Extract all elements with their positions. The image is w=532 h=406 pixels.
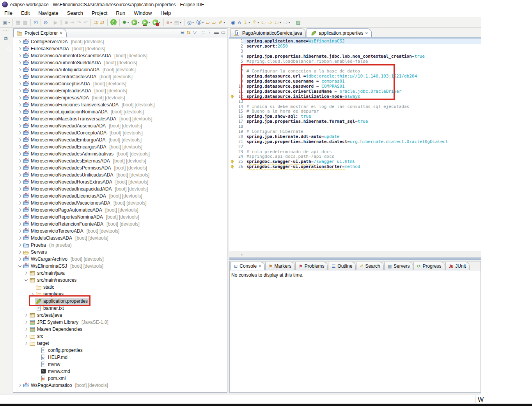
tree-item[interactable]: config.properties [13, 347, 227, 354]
tree-item[interactable]: MicroservicioNovedadesUnificadasADA[boot… [13, 171, 227, 178]
previous-annotation-button[interactable]: ⇑▾ [252, 18, 260, 26]
tree-item[interactable]: JRE System Library[JavaSE-1.8] [13, 319, 227, 326]
tree-item[interactable]: pom.xml [13, 375, 227, 382]
expand-arrow-icon[interactable] [17, 195, 23, 197]
run-button[interactable]: ▶▾ [131, 18, 140, 26]
tree-item[interactable]: MicroservicioPagoAutomaticoADA[boot] [de… [13, 207, 227, 214]
suspend-button[interactable]: ∥ [59, 18, 64, 26]
expand-arrow-icon[interactable] [17, 167, 23, 169]
collapse-arrow-icon[interactable] [17, 266, 23, 267]
dropdown-arrow-icon[interactable]: ▾ [8, 21, 10, 24]
close-icon[interactable]: × [60, 31, 62, 35]
pin-editor-button[interactable]: ▨ [295, 18, 301, 26]
dropdown-arrow-icon[interactable]: ▾ [192, 21, 194, 24]
tree-item[interactable]: MicroservicioReportesNominaADA[boot] [de… [13, 214, 227, 221]
dropdown-arrow-icon[interactable]: ▾ [257, 21, 259, 24]
filter-icon[interactable]: ▽ [193, 30, 197, 35]
minimize-icon[interactable]: ▬ [214, 30, 219, 35]
tree-item[interactable]: WsCargarArchivo[boot] [devtools] [13, 256, 227, 263]
tree-item[interactable]: WsPagoAutomatico[boot] [devtools] [13, 382, 227, 389]
expand-arrow-icon[interactable] [17, 55, 23, 57]
tree-item[interactable]: EurekaServerADA[boot] [devtools] [13, 45, 227, 52]
expand-arrow-icon[interactable] [17, 209, 23, 211]
tree-item[interactable]: src/test/java [13, 312, 227, 319]
run-on-server-button[interactable]: A [237, 18, 242, 26]
new-wizard-button[interactable]: ▣▾ [2, 18, 11, 26]
expand-arrow-icon[interactable] [17, 237, 23, 239]
skip-all-breakpoints-button[interactable]: ⊘ [43, 18, 49, 26]
tree-item[interactable]: MicroservicioAumentoDescuentosADA[boot] … [13, 52, 227, 59]
close-icon[interactable]: × [259, 264, 261, 268]
tree-item[interactable]: MicroservicioAutoliquidacionADA[boot] [d… [13, 66, 227, 73]
tree-item[interactable]: WsEfinominaCSJ[boot] [devtools] [13, 263, 227, 270]
tree-item[interactable]: src/main/resources [13, 277, 227, 284]
tree-item[interactable]: MicroservicioNovedadEncargosADA[boot] [d… [13, 143, 227, 150]
editor-tab-pagoautomaticoservice-java[interactable]: PagoAutomaticoService.java [230, 28, 306, 37]
menu-navigate[interactable]: Navigate [34, 9, 62, 17]
next-annotation-button[interactable]: ⇓▾ [243, 18, 251, 26]
tree-item[interactable]: Servers [13, 249, 227, 256]
menu-edit[interactable]: Edit [17, 9, 34, 17]
close-icon[interactable]: × [365, 31, 368, 35]
console-view-button[interactable]: ⊡ [33, 18, 39, 26]
web-service-wizard-button[interactable]: Ⓢ▾ [195, 18, 204, 26]
next-edit-location-button[interactable]: ⇨ [267, 18, 273, 26]
build-all-button[interactable]: ▤▾ [173, 18, 182, 26]
properties-editor[interactable]: 1spring.application.name=WsEfinominaCSJ2… [229, 39, 481, 251]
external-tools-button[interactable]: ■▾ [166, 18, 173, 26]
menu-window[interactable]: Window [129, 9, 156, 17]
expand-arrow-icon[interactable] [17, 181, 23, 183]
new-web-wizard-button[interactable]: ◎▾ [186, 18, 195, 26]
expand-arrow-icon[interactable] [17, 132, 23, 134]
tree-item[interactable]: src [13, 333, 227, 340]
tree-item[interactable]: MicroservicioNovedadAusenciaADA[boot] [d… [13, 122, 227, 129]
view-tab-console[interactable]: ⊡Console× [231, 262, 265, 270]
expand-arrow-icon[interactable] [17, 223, 23, 225]
menu-run[interactable]: Run [112, 9, 129, 17]
tree-item[interactable]: MicroservicioRetencionFuenteADA[boot] [d… [13, 221, 227, 228]
tree-item[interactable]: templates [13, 291, 227, 298]
tree-item[interactable]: MicroservicioNovedadVacacionesADA[boot] … [13, 199, 227, 207]
export-folder-button[interactable]: ▱ [211, 18, 217, 26]
tree-item[interactable]: mvnw [13, 361, 227, 368]
expand-arrow-icon[interactable] [17, 153, 23, 155]
expand-arrow-icon[interactable] [17, 69, 23, 71]
resume-button[interactable]: ▶ [53, 18, 59, 26]
expand-arrow-icon[interactable] [17, 384, 23, 387]
expand-arrow-icon[interactable] [17, 76, 23, 78]
dropdown-arrow-icon[interactable]: ▾ [170, 21, 172, 24]
tree-item[interactable]: MicroservicioNovedadesAdministrativas[bo… [13, 150, 227, 157]
profile-button[interactable]: ▶▾ [152, 18, 161, 26]
debug-button[interactable]: ✹▾ [122, 18, 130, 26]
scroll-left-arrow-icon[interactable]: ‹ [241, 252, 243, 257]
relaunch-button[interactable]: ⇄ [99, 18, 105, 26]
view-tab-outline[interactable]: ☰Outline [328, 262, 356, 270]
tree-item[interactable]: MicroservicioNovedadEmbargoADA[boot] [de… [13, 136, 227, 143]
tree-item[interactable]: src/main/java [13, 270, 227, 277]
dropdown-arrow-icon[interactable]: ▾ [138, 21, 140, 24]
tree-item[interactable]: MicroservicioNovedadIncapacidadADA[boot]… [13, 185, 227, 192]
step-return-button[interactable]: ↶ [83, 18, 89, 26]
tree-item[interactable]: MicroservicioConceptosADA[boot] [devtool… [13, 80, 227, 87]
expand-arrow-icon[interactable] [17, 118, 23, 120]
open-browser-button[interactable]: ◉ [230, 18, 236, 26]
collapse-all-icon[interactable]: ⊟ [181, 30, 184, 35]
menu-search[interactable]: Search [63, 9, 87, 17]
tree-item[interactable]: target [13, 340, 227, 347]
expand-arrow-icon[interactable] [23, 321, 29, 323]
expand-arrow-icon[interactable] [17, 188, 23, 190]
tree-item[interactable]: ModelsClassesADA[boot] [devtools] [13, 235, 227, 242]
expand-arrow-icon[interactable] [30, 293, 35, 295]
expand-arrow-icon[interactable] [17, 111, 23, 113]
tree-item[interactable]: banner.txt [13, 305, 227, 312]
view-menu-icon[interactable]: ⋮ [207, 30, 212, 35]
show-selected-element-button[interactable]: ⇉ [93, 18, 99, 26]
expand-arrow-icon[interactable] [23, 328, 29, 330]
tree-item[interactable]: MicroservicioFuncionesTransversalesADA[b… [13, 101, 227, 108]
expand-arrow-icon[interactable] [17, 202, 23, 204]
project-explorer-tab[interactable]: Project Explorer × [13, 28, 67, 37]
tree-item[interactable]: mvnw.cmd [13, 368, 227, 375]
menu-project[interactable]: Project [87, 9, 112, 17]
view-tab-search[interactable]: ✐Search [356, 262, 383, 270]
expand-arrow-icon[interactable] [17, 125, 23, 127]
